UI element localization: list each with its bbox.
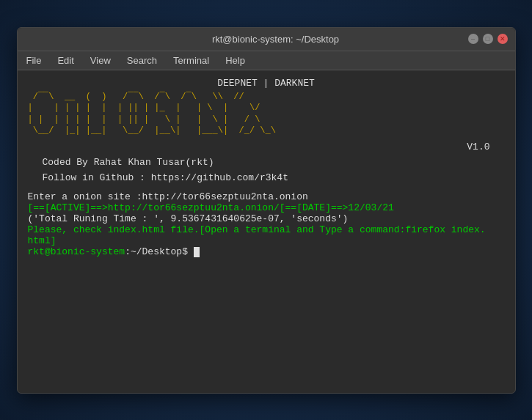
- menu-help[interactable]: Help: [222, 54, 248, 67]
- version: V1.0: [467, 141, 489, 152]
- please-check: Please, check index.html file.[Open a te…: [28, 224, 505, 246]
- menu-search[interactable]: Search: [124, 54, 160, 67]
- menu-terminal[interactable]: Terminal: [170, 54, 212, 67]
- terminal-body[interactable]: DEEPNET | DARKNET /‾‾\ __ ( ) /‾‾\ /‾\ /…: [18, 70, 515, 393]
- prompt-user: rkt@bionic-system: [28, 246, 125, 257]
- terminal-window: rkt@bionic-system: ~/Desktop – □ ✕ File …: [17, 27, 516, 394]
- active-line: [==[ACTIVE]==>http://tor66sezptuu2nta.on…: [28, 202, 505, 213]
- deepnet-header: DEEPNET | DARKNET: [28, 78, 505, 89]
- titlebar: rkt@bionic-system: ~/Desktop – □ ✕: [18, 28, 515, 51]
- window-title: rkt@bionic-system: ~/Desktop: [84, 34, 468, 45]
- prompt-line: rkt@bionic-system:~/Desktop$: [28, 246, 505, 257]
- maximize-button[interactable]: □: [483, 34, 493, 44]
- menu-file[interactable]: File: [23, 54, 45, 67]
- menubar: File Edit View Search Terminal Help: [18, 51, 515, 70]
- ascii-art: /‾‾\ __ ( ) /‾‾\ /‾\ /‾\ \\ // | | | | |…: [28, 92, 505, 137]
- total-time: ('Total Runing Time : ', 9.53674316406​2…: [28, 213, 505, 224]
- enter-prompt: Enter a onion site :http://tor66sezptuu2…: [28, 191, 505, 202]
- prompt-path: :~/Desktop$: [125, 246, 188, 257]
- menu-view[interactable]: View: [87, 54, 114, 67]
- minimize-button[interactable]: –: [468, 34, 478, 44]
- window-controls: – □ ✕: [468, 34, 508, 44]
- close-button[interactable]: ✕: [498, 34, 508, 44]
- cursor: [194, 247, 200, 257]
- menu-edit[interactable]: Edit: [54, 54, 76, 67]
- coded-by: Coded By Rahat Khan Tusar(rkt) Follow in…: [43, 155, 505, 186]
